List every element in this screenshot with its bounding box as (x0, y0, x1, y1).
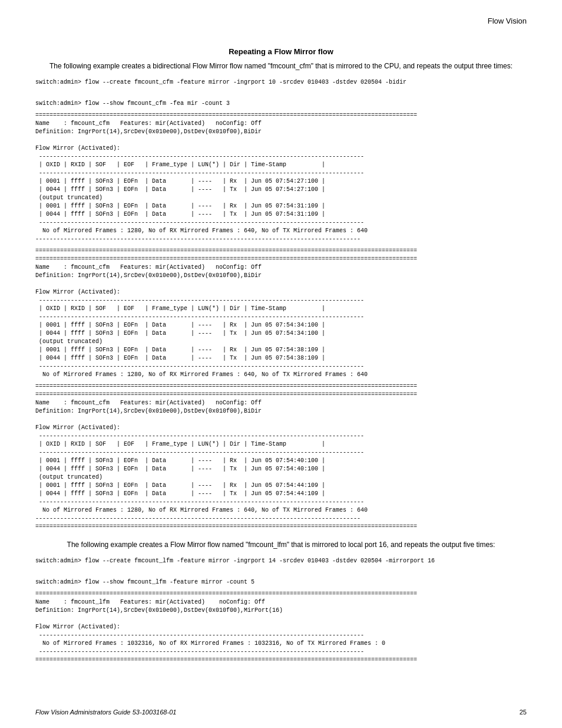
command4: switch:admin> flow --show fmcount_lfm -f… (35, 578, 527, 587)
command2: switch:admin> flow --show fmcount_cfm -f… (35, 100, 527, 108)
spacer2 (35, 569, 527, 577)
page-container: Flow Vision Repeating a Flow Mirror flow… (0, 0, 562, 728)
command1: switch:admin> flow --create fmcount_cfm … (35, 78, 527, 87)
footer: Flow Vision Administrators Guide 53-1003… (35, 708, 527, 716)
spacer1 (35, 90, 527, 98)
block3: ========================================… (35, 383, 527, 531)
footer-book-title: Flow Vision Administrators Guide (35, 709, 130, 716)
footer-doc-number: 53-1003168-01 (133, 709, 177, 716)
section1-title: Repeating a Flow Mirror flow (35, 47, 527, 56)
section1-subtitle: The following example creates a bidirect… (35, 61, 527, 71)
footer-page-number: 25 (520, 709, 527, 716)
command3: switch:admin> flow --create fmcount_lfm … (35, 557, 527, 565)
footer-title: Flow Vision Administrators Guide 53-1003… (35, 708, 176, 716)
block4: ========================================… (35, 590, 527, 664)
section2-subtitle: The following example creates a Flow Mir… (35, 539, 527, 550)
separator1: ========================================… (35, 111, 527, 120)
block2: ========================================… (35, 247, 527, 379)
header-title: Flow Vision (488, 17, 527, 25)
block1: Name : fmcount_cfm Features: mir(Activat… (35, 120, 527, 243)
